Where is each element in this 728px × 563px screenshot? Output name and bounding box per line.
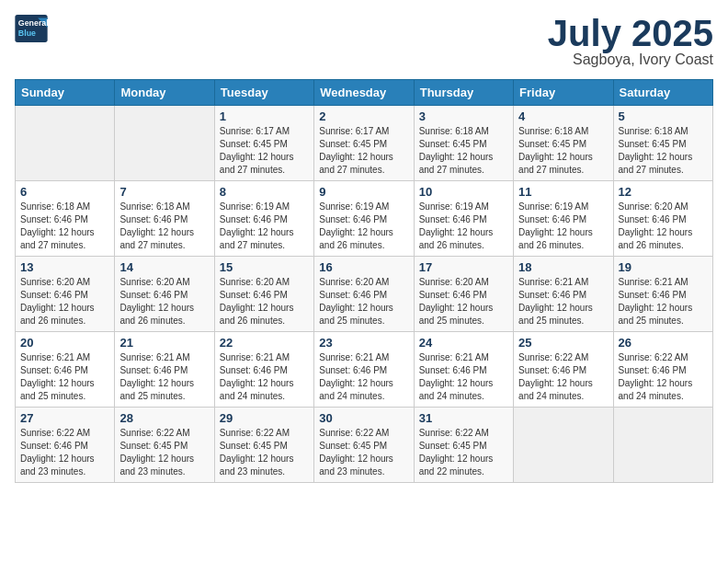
day-number: 11 bbox=[518, 185, 608, 199]
day-info: Sunrise: 6:19 AMSunset: 6:46 PMDaylight:… bbox=[220, 201, 309, 252]
day-cell: 16Sunrise: 6:20 AMSunset: 6:46 PMDayligh… bbox=[314, 257, 414, 332]
header-cell-thursday: Thursday bbox=[414, 80, 513, 106]
day-info: Sunrise: 6:17 AMSunset: 6:45 PMDaylight:… bbox=[220, 125, 309, 177]
day-info: Sunrise: 6:21 AMSunset: 6:46 PMDaylight:… bbox=[619, 276, 708, 327]
day-info: Sunrise: 6:22 AMSunset: 6:45 PMDaylight:… bbox=[419, 427, 508, 478]
day-number: 8 bbox=[220, 185, 309, 199]
svg-text:Blue: Blue bbox=[18, 29, 36, 38]
day-number: 5 bbox=[619, 109, 708, 123]
day-cell: 23Sunrise: 6:21 AMSunset: 6:46 PMDayligh… bbox=[314, 332, 414, 408]
week-row-1: 6Sunrise: 6:18 AMSunset: 6:46 PMDaylight… bbox=[16, 181, 713, 257]
day-info: Sunrise: 6:18 AMSunset: 6:46 PMDaylight:… bbox=[20, 201, 109, 252]
day-info: Sunrise: 6:20 AMSunset: 6:46 PMDaylight:… bbox=[419, 276, 508, 327]
day-info: Sunrise: 6:22 AMSunset: 6:45 PMDaylight:… bbox=[119, 427, 209, 478]
day-number: 31 bbox=[419, 411, 508, 425]
day-cell: 10Sunrise: 6:19 AMSunset: 6:46 PMDayligh… bbox=[414, 181, 513, 257]
day-info: Sunrise: 6:21 AMSunset: 6:46 PMDaylight:… bbox=[20, 351, 109, 403]
logo: General Blue bbox=[15, 15, 48, 42]
day-cell bbox=[613, 408, 712, 483]
day-number: 14 bbox=[119, 260, 209, 274]
day-info: Sunrise: 6:21 AMSunset: 6:46 PMDaylight:… bbox=[518, 276, 608, 327]
day-cell: 14Sunrise: 6:20 AMSunset: 6:46 PMDayligh… bbox=[115, 257, 214, 332]
day-cell: 15Sunrise: 6:20 AMSunset: 6:46 PMDayligh… bbox=[214, 257, 313, 332]
day-number: 1 bbox=[220, 109, 309, 123]
day-cell: 11Sunrise: 6:19 AMSunset: 6:46 PMDayligh… bbox=[514, 181, 613, 257]
day-number: 30 bbox=[319, 411, 408, 425]
header-cell-wednesday: Wednesday bbox=[314, 80, 414, 106]
day-number: 3 bbox=[419, 109, 508, 123]
header-row: SundayMondayTuesdayWednesdayThursdayFrid… bbox=[16, 80, 713, 106]
day-cell: 22Sunrise: 6:21 AMSunset: 6:46 PMDayligh… bbox=[214, 332, 313, 408]
header-cell-sunday: Sunday bbox=[16, 80, 115, 106]
day-info: Sunrise: 6:17 AMSunset: 6:45 PMDaylight:… bbox=[319, 125, 408, 177]
day-number: 7 bbox=[119, 185, 209, 199]
day-info: Sunrise: 6:18 AMSunset: 6:45 PMDaylight:… bbox=[419, 125, 508, 177]
week-row-2: 13Sunrise: 6:20 AMSunset: 6:46 PMDayligh… bbox=[16, 257, 713, 332]
day-cell: 20Sunrise: 6:21 AMSunset: 6:46 PMDayligh… bbox=[16, 332, 115, 408]
day-info: Sunrise: 6:22 AMSunset: 6:45 PMDaylight:… bbox=[319, 427, 408, 478]
day-number: 15 bbox=[220, 260, 309, 274]
logo-icon: General Blue bbox=[15, 15, 48, 42]
day-cell: 25Sunrise: 6:22 AMSunset: 6:46 PMDayligh… bbox=[514, 332, 613, 408]
day-number: 21 bbox=[119, 336, 209, 350]
day-cell: 28Sunrise: 6:22 AMSunset: 6:45 PMDayligh… bbox=[115, 408, 214, 483]
title-area: July 2025 Sagboya, Ivory Coast bbox=[548, 15, 713, 68]
day-number: 25 bbox=[518, 336, 608, 350]
day-number: 23 bbox=[319, 336, 408, 350]
day-info: Sunrise: 6:22 AMSunset: 6:46 PMDaylight:… bbox=[518, 351, 608, 403]
day-cell: 29Sunrise: 6:22 AMSunset: 6:45 PMDayligh… bbox=[214, 408, 313, 483]
day-number: 6 bbox=[20, 185, 109, 199]
day-cell: 3Sunrise: 6:18 AMSunset: 6:45 PMDaylight… bbox=[414, 106, 513, 181]
day-cell: 27Sunrise: 6:22 AMSunset: 6:46 PMDayligh… bbox=[16, 408, 115, 483]
day-number: 26 bbox=[619, 336, 708, 350]
day-info: Sunrise: 6:19 AMSunset: 6:46 PMDaylight:… bbox=[319, 201, 408, 252]
day-info: Sunrise: 6:19 AMSunset: 6:46 PMDaylight:… bbox=[518, 201, 608, 252]
day-number: 2 bbox=[319, 109, 408, 123]
day-info: Sunrise: 6:22 AMSunset: 6:46 PMDaylight:… bbox=[619, 351, 708, 403]
header-cell-friday: Friday bbox=[514, 80, 613, 106]
day-number: 16 bbox=[319, 260, 408, 274]
day-info: Sunrise: 6:20 AMSunset: 6:46 PMDaylight:… bbox=[119, 276, 209, 327]
day-number: 27 bbox=[20, 411, 109, 425]
day-cell: 1Sunrise: 6:17 AMSunset: 6:45 PMDaylight… bbox=[214, 106, 313, 181]
day-cell: 30Sunrise: 6:22 AMSunset: 6:45 PMDayligh… bbox=[314, 408, 414, 483]
day-cell: 7Sunrise: 6:18 AMSunset: 6:46 PMDaylight… bbox=[115, 181, 214, 257]
day-cell bbox=[514, 408, 613, 483]
day-cell: 17Sunrise: 6:20 AMSunset: 6:46 PMDayligh… bbox=[414, 257, 513, 332]
day-number: 17 bbox=[419, 260, 508, 274]
day-info: Sunrise: 6:18 AMSunset: 6:45 PMDaylight:… bbox=[518, 125, 608, 177]
day-number: 28 bbox=[119, 411, 209, 425]
day-info: Sunrise: 6:21 AMSunset: 6:46 PMDaylight:… bbox=[220, 351, 309, 403]
week-row-4: 27Sunrise: 6:22 AMSunset: 6:46 PMDayligh… bbox=[16, 408, 713, 483]
day-info: Sunrise: 6:21 AMSunset: 6:46 PMDaylight:… bbox=[319, 351, 408, 403]
day-cell: 4Sunrise: 6:18 AMSunset: 6:45 PMDaylight… bbox=[514, 106, 613, 181]
location-title: Sagboya, Ivory Coast bbox=[548, 52, 713, 68]
day-cell: 19Sunrise: 6:21 AMSunset: 6:46 PMDayligh… bbox=[613, 257, 712, 332]
day-cell: 9Sunrise: 6:19 AMSunset: 6:46 PMDaylight… bbox=[314, 181, 414, 257]
day-info: Sunrise: 6:20 AMSunset: 6:46 PMDaylight:… bbox=[220, 276, 309, 327]
day-info: Sunrise: 6:18 AMSunset: 6:46 PMDaylight:… bbox=[119, 201, 209, 252]
day-info: Sunrise: 6:22 AMSunset: 6:45 PMDaylight:… bbox=[220, 427, 309, 478]
day-cell: 26Sunrise: 6:22 AMSunset: 6:46 PMDayligh… bbox=[613, 332, 712, 408]
day-number: 19 bbox=[619, 260, 708, 274]
day-cell: 31Sunrise: 6:22 AMSunset: 6:45 PMDayligh… bbox=[414, 408, 513, 483]
day-cell bbox=[115, 106, 214, 181]
calendar-table: SundayMondayTuesdayWednesdayThursdayFrid… bbox=[15, 79, 713, 483]
day-cell: 12Sunrise: 6:20 AMSunset: 6:46 PMDayligh… bbox=[613, 181, 712, 257]
calendar-body: 1Sunrise: 6:17 AMSunset: 6:45 PMDaylight… bbox=[16, 106, 713, 483]
day-cell: 21Sunrise: 6:21 AMSunset: 6:46 PMDayligh… bbox=[115, 332, 214, 408]
day-cell: 18Sunrise: 6:21 AMSunset: 6:46 PMDayligh… bbox=[514, 257, 613, 332]
week-row-3: 20Sunrise: 6:21 AMSunset: 6:46 PMDayligh… bbox=[16, 332, 713, 408]
day-info: Sunrise: 6:20 AMSunset: 6:46 PMDaylight:… bbox=[20, 276, 109, 327]
day-number: 13 bbox=[20, 260, 109, 274]
day-info: Sunrise: 6:22 AMSunset: 6:46 PMDaylight:… bbox=[20, 427, 109, 478]
month-title: July 2025 bbox=[548, 15, 713, 52]
week-row-0: 1Sunrise: 6:17 AMSunset: 6:45 PMDaylight… bbox=[16, 106, 713, 181]
day-info: Sunrise: 6:21 AMSunset: 6:46 PMDaylight:… bbox=[419, 351, 508, 403]
day-info: Sunrise: 6:18 AMSunset: 6:45 PMDaylight:… bbox=[619, 125, 708, 177]
header-cell-tuesday: Tuesday bbox=[214, 80, 313, 106]
day-cell: 5Sunrise: 6:18 AMSunset: 6:45 PMDaylight… bbox=[613, 106, 712, 181]
day-cell bbox=[16, 106, 115, 181]
header-cell-saturday: Saturday bbox=[613, 80, 712, 106]
day-number: 12 bbox=[619, 185, 708, 199]
